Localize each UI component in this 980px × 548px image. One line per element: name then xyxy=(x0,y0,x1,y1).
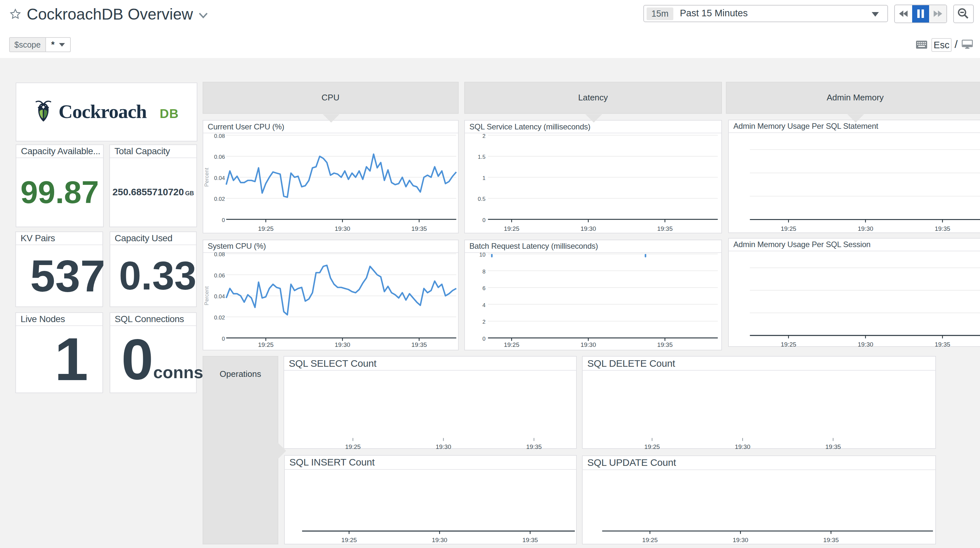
svg-text:0: 0 xyxy=(482,335,485,342)
svg-text:10: 10 xyxy=(479,252,485,258)
svg-text:19:35: 19:35 xyxy=(411,225,427,232)
svg-text:0: 0 xyxy=(482,217,485,223)
svg-text:0: 0 xyxy=(221,335,224,342)
svg-text:19:25: 19:25 xyxy=(258,225,274,232)
svg-text:19:35: 19:35 xyxy=(526,443,542,450)
svg-text:19:35: 19:35 xyxy=(826,443,841,450)
svg-text:19:25: 19:25 xyxy=(642,537,658,543)
svg-text:19:35: 19:35 xyxy=(935,341,950,348)
svg-text:0.06: 0.06 xyxy=(214,272,225,278)
svg-text:Percent: Percent xyxy=(204,168,210,187)
svg-text:0.06: 0.06 xyxy=(214,154,225,160)
svg-text:19:25: 19:25 xyxy=(781,341,796,348)
svg-text:19:30: 19:30 xyxy=(581,225,596,232)
svg-text:6: 6 xyxy=(482,285,485,291)
svg-text:0: 0 xyxy=(221,217,224,223)
svg-text:0.02: 0.02 xyxy=(214,196,225,202)
svg-text:19:30: 19:30 xyxy=(733,537,748,543)
svg-text:1.5: 1.5 xyxy=(477,154,485,160)
svg-text:0.04: 0.04 xyxy=(214,175,225,181)
svg-text:19:25: 19:25 xyxy=(781,225,796,232)
svg-text:19:30: 19:30 xyxy=(735,443,751,450)
svg-text:19:30: 19:30 xyxy=(436,443,452,450)
svg-text:19:30: 19:30 xyxy=(335,225,350,232)
svg-text:0.08: 0.08 xyxy=(214,251,225,257)
svg-text:2: 2 xyxy=(482,133,485,139)
svg-text:19:25: 19:25 xyxy=(341,537,357,543)
svg-text:19:30: 19:30 xyxy=(335,342,350,348)
svg-text:19:35: 19:35 xyxy=(935,225,950,232)
svg-text:19:35: 19:35 xyxy=(411,342,427,348)
svg-text:1: 1 xyxy=(482,175,485,181)
svg-text:8: 8 xyxy=(482,268,485,275)
svg-text:19:30: 19:30 xyxy=(581,342,596,348)
svg-text:19:25: 19:25 xyxy=(504,342,519,348)
svg-text:19:30: 19:30 xyxy=(858,341,873,348)
svg-text:Percent: Percent xyxy=(204,286,210,305)
svg-text:19:30: 19:30 xyxy=(858,225,873,232)
svg-text:0.02: 0.02 xyxy=(214,315,225,321)
svg-text:19:35: 19:35 xyxy=(657,225,673,232)
svg-text:19:25: 19:25 xyxy=(644,443,660,450)
svg-text:19:35: 19:35 xyxy=(657,342,673,348)
svg-text:2: 2 xyxy=(482,319,485,325)
svg-text:0.04: 0.04 xyxy=(214,294,225,300)
svg-text:19:25: 19:25 xyxy=(345,443,361,450)
svg-text:19:30: 19:30 xyxy=(432,537,448,543)
svg-text:19:35: 19:35 xyxy=(823,537,839,543)
svg-text:19:25: 19:25 xyxy=(504,225,519,232)
svg-text:4: 4 xyxy=(482,302,485,308)
svg-text:19:35: 19:35 xyxy=(522,537,538,543)
svg-text:19:25: 19:25 xyxy=(258,342,274,348)
svg-text:0.08: 0.08 xyxy=(214,133,225,139)
svg-text:0.5: 0.5 xyxy=(477,196,485,202)
